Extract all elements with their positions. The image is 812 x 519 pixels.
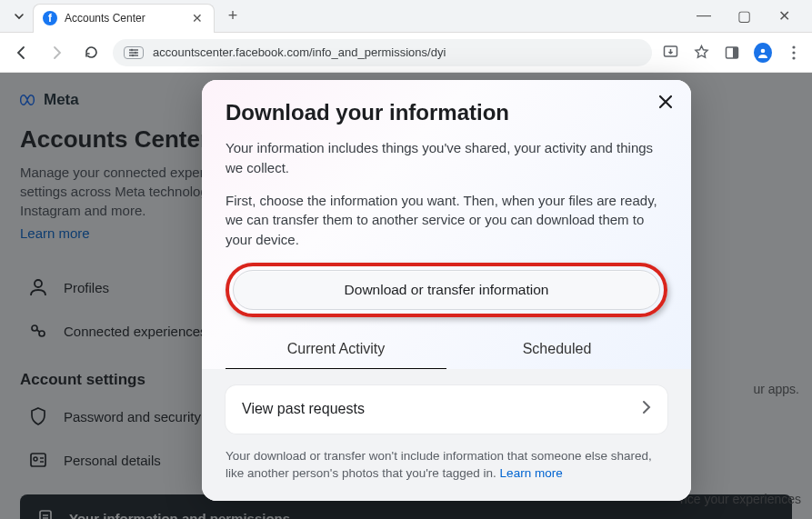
address-bar: accountscenter.facebook.com/info_and_per… xyxy=(0,33,812,73)
forward-button[interactable] xyxy=(44,40,69,65)
svg-rect-5 xyxy=(733,47,738,58)
maximize-button[interactable]: ▢ xyxy=(732,7,756,25)
svg-point-6 xyxy=(761,48,766,53)
facebook-favicon-icon: f xyxy=(43,11,57,25)
close-window-button[interactable]: ✕ xyxy=(772,7,796,25)
new-tab-button[interactable]: + xyxy=(220,4,246,29)
modal-paragraph: Your information includes things you've … xyxy=(226,138,667,178)
svg-point-1 xyxy=(135,51,136,53)
minimize-button[interactable]: — xyxy=(692,7,716,25)
side-panel-icon[interactable] xyxy=(723,44,741,62)
annotation-highlight: Download or transfer information xyxy=(226,263,667,317)
tab-title: Accounts Center xyxy=(65,12,183,25)
tab-current-activity[interactable]: Current Activity xyxy=(226,332,446,369)
past-requests-label: View past requests xyxy=(242,401,365,417)
url-box[interactable]: accountscenter.facebook.com/info_and_per… xyxy=(113,39,652,66)
reload-button[interactable] xyxy=(78,40,104,65)
download-or-transfer-button[interactable]: Download or transfer information xyxy=(233,270,660,310)
modal-paragraph: First, choose the information you want. … xyxy=(226,191,667,250)
browser-title-bar: f Accounts Center ✕ + — ▢ ✕ xyxy=(0,0,812,33)
svg-point-8 xyxy=(792,51,795,54)
svg-point-7 xyxy=(792,45,795,48)
svg-point-9 xyxy=(792,56,795,59)
modal-footnote: Your download or transfer won't include … xyxy=(226,448,667,483)
modal-close-button[interactable] xyxy=(657,93,675,116)
browser-tab[interactable]: f Accounts Center ✕ xyxy=(33,4,215,33)
window-controls: — ▢ ✕ xyxy=(692,7,807,25)
bookmark-star-icon[interactable] xyxy=(692,44,710,62)
chevron-right-icon xyxy=(642,400,651,419)
modal-tabs: Current Activity Scheduled xyxy=(226,332,667,369)
profile-avatar-icon[interactable] xyxy=(754,44,772,62)
footnote-learn-more-link[interactable]: Learn more xyxy=(500,466,563,480)
view-past-requests-button[interactable]: View past requests xyxy=(226,385,667,434)
install-app-icon[interactable] xyxy=(661,44,679,62)
site-settings-icon[interactable] xyxy=(124,46,144,59)
svg-point-2 xyxy=(132,54,134,55)
back-button[interactable] xyxy=(9,40,35,65)
footnote-text: Your download or transfer won't include … xyxy=(226,449,652,480)
tab-close-icon[interactable]: ✕ xyxy=(190,11,205,25)
modal-title: Download your information xyxy=(226,100,667,125)
tab-list-dropdown[interactable] xyxy=(5,4,33,29)
tab-scheduled[interactable]: Scheduled xyxy=(446,332,667,369)
chrome-menu-icon[interactable] xyxy=(785,44,803,62)
url-text: accountscenter.facebook.com/info_and_per… xyxy=(153,45,446,59)
svg-point-0 xyxy=(131,48,133,50)
download-information-modal: Download your information Your informati… xyxy=(202,80,691,501)
